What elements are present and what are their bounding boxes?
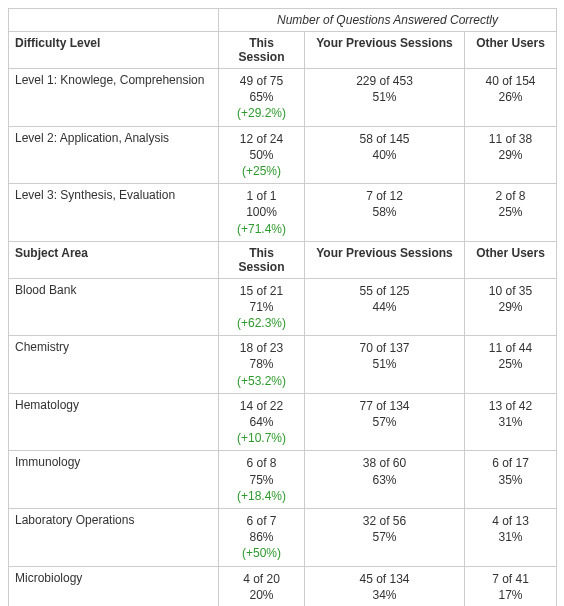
count-value: 55 of 125 [311, 283, 458, 299]
this-session-cell: 6 of 786%(+50%) [219, 508, 305, 566]
others-cell: 40 of 15426% [465, 69, 557, 127]
column-header-others: Other Users [465, 241, 557, 278]
header-blank [9, 9, 219, 32]
count-value: 2 of 8 [471, 188, 550, 204]
others-cell: 11 of 4425% [465, 336, 557, 394]
percent-value: 25% [471, 356, 550, 372]
results-table: Number of Questions Answered CorrectlyDi… [8, 8, 557, 606]
others-cell: 11 of 3829% [465, 126, 557, 184]
percent-value: 20% [225, 587, 298, 603]
percent-value: 64% [225, 414, 298, 430]
percent-value: 35% [471, 472, 550, 488]
percent-value: 63% [311, 472, 458, 488]
count-value: 7 of 41 [471, 571, 550, 587]
this-session-cell: 18 of 2378%(+53.2%) [219, 336, 305, 394]
count-value: 77 of 134 [311, 398, 458, 414]
row-label: Level 1: Knowlege, Comprehension [9, 69, 219, 127]
count-value: 18 of 23 [225, 340, 298, 356]
table-row: Level 1: Knowlege, Comprehension49 of 75… [9, 69, 557, 127]
count-value: 14 of 22 [225, 398, 298, 414]
delta-value: (+10.7%) [225, 430, 298, 446]
others-cell: 6 of 1735% [465, 451, 557, 509]
percent-value: 51% [311, 356, 458, 372]
percent-value: 29% [471, 147, 550, 163]
row-label: Level 2: Application, Analysis [9, 126, 219, 184]
previous-cell: 58 of 14540% [305, 126, 465, 184]
count-value: 11 of 44 [471, 340, 550, 356]
delta-value: (+29.2%) [225, 105, 298, 121]
percent-value: 44% [311, 299, 458, 315]
count-value: 4 of 13 [471, 513, 550, 529]
others-cell: 4 of 1331% [465, 508, 557, 566]
delta-value: (+71.4%) [225, 221, 298, 237]
percent-value: 29% [471, 299, 550, 315]
row-label: Blood Bank [9, 278, 219, 336]
count-value: 6 of 7 [225, 513, 298, 529]
count-value: 38 of 60 [311, 455, 458, 471]
this-session-cell: 15 of 2171%(+62.3%) [219, 278, 305, 336]
count-value: 15 of 21 [225, 283, 298, 299]
previous-cell: 70 of 13751% [305, 336, 465, 394]
percent-value: 34% [311, 587, 458, 603]
count-value: 4 of 20 [225, 571, 298, 587]
table-row: Laboratory Operations6 of 786%(+50%)32 o… [9, 508, 557, 566]
percent-value: 17% [471, 587, 550, 603]
delta-value: (+25%) [225, 163, 298, 179]
count-value: 40 of 154 [471, 73, 550, 89]
percent-value: 26% [471, 89, 550, 105]
column-header-thisSession: This Session [219, 241, 305, 278]
count-value: 229 of 453 [311, 73, 458, 89]
percent-value: 50% [225, 147, 298, 163]
previous-cell: 77 of 13457% [305, 393, 465, 451]
percent-value: 78% [225, 356, 298, 372]
percent-value: 58% [311, 204, 458, 220]
others-cell: 10 of 3529% [465, 278, 557, 336]
percent-value: 86% [225, 529, 298, 545]
count-value: 10 of 35 [471, 283, 550, 299]
this-session-cell: 12 of 2450%(+25%) [219, 126, 305, 184]
table-row: Level 2: Application, Analysis12 of 2450… [9, 126, 557, 184]
count-value: 70 of 137 [311, 340, 458, 356]
count-value: 49 of 75 [225, 73, 298, 89]
row-label: Microbiology [9, 566, 219, 606]
row-label: Laboratory Operations [9, 508, 219, 566]
percent-value: 31% [471, 529, 550, 545]
column-header-thisSession: This Session [219, 32, 305, 69]
percent-value: 100% [225, 204, 298, 220]
percent-value: 51% [311, 89, 458, 105]
delta-value: (+18.4%) [225, 488, 298, 504]
table-row: Hematology14 of 2264%(+10.7%)77 of 13457… [9, 393, 557, 451]
others-cell: 2 of 825% [465, 184, 557, 242]
count-value: 1 of 1 [225, 188, 298, 204]
percent-value: 57% [311, 414, 458, 430]
others-cell: 13 of 4231% [465, 393, 557, 451]
section-header: Subject Area [9, 241, 219, 278]
previous-cell: 45 of 13434% [305, 566, 465, 606]
percent-value: 71% [225, 299, 298, 315]
count-value: 58 of 145 [311, 131, 458, 147]
previous-cell: 38 of 6063% [305, 451, 465, 509]
percent-value: 40% [311, 147, 458, 163]
delta-value: (+53.2%) [225, 373, 298, 389]
previous-cell: 7 of 1258% [305, 184, 465, 242]
delta-value: (+50%) [225, 545, 298, 561]
row-label: Level 3: Synthesis, Evaluation [9, 184, 219, 242]
count-value: 32 of 56 [311, 513, 458, 529]
others-cell: 7 of 4117% [465, 566, 557, 606]
row-label: Chemistry [9, 336, 219, 394]
count-value: 6 of 17 [471, 455, 550, 471]
count-value: 6 of 8 [225, 455, 298, 471]
count-value: 11 of 38 [471, 131, 550, 147]
percent-value: 75% [225, 472, 298, 488]
table-row: Immunology6 of 875%(+18.4%)38 of 6063%6 … [9, 451, 557, 509]
section-header: Difficulty Level [9, 32, 219, 69]
delta-value: (+62.3%) [225, 315, 298, 331]
count-value: 13 of 42 [471, 398, 550, 414]
count-value: 7 of 12 [311, 188, 458, 204]
this-session-cell: 1 of 1100%(+71.4%) [219, 184, 305, 242]
column-header-others: Other Users [465, 32, 557, 69]
this-session-cell: 4 of 2020%(-40.4%) [219, 566, 305, 606]
percent-value: 25% [471, 204, 550, 220]
table-row: Chemistry18 of 2378%(+53.2%)70 of 13751%… [9, 336, 557, 394]
previous-cell: 32 of 5657% [305, 508, 465, 566]
